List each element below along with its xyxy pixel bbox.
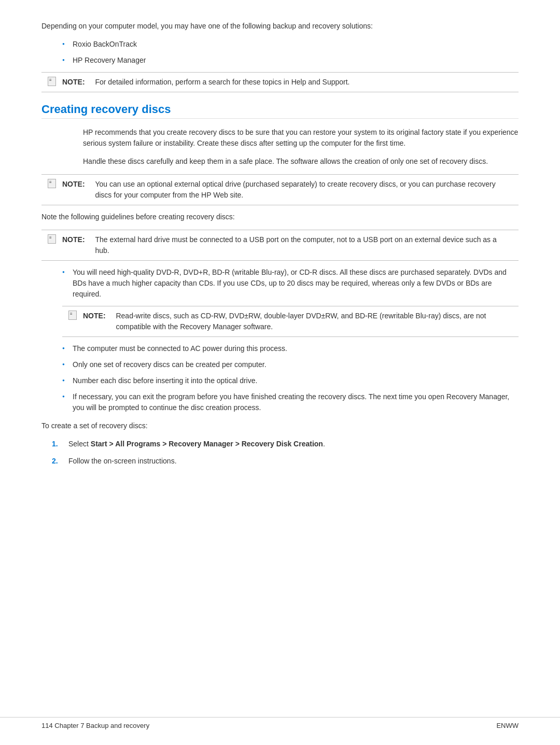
- note-icon-2: [48, 234, 56, 244]
- note-text-2: The external hard drive must be connecte…: [95, 234, 512, 256]
- to-create-text: To create a set of recovery discs:: [41, 420, 519, 431]
- section-heading: Creating recovery discs: [41, 103, 519, 119]
- main-bullet-list: The computer must be connected to AC pow…: [62, 343, 519, 413]
- note-icon-nested: [68, 311, 77, 320]
- list-item-main-0: The computer must be connected to AC pow…: [62, 343, 519, 354]
- note-label-2: NOTE:: [62, 234, 85, 245]
- note-icon: [48, 77, 56, 86]
- note-text-1: You can use an optional external optical…: [95, 179, 512, 201]
- list-item: HP Recovery Manager: [62, 55, 519, 66]
- page-footer: 114 Chapter 7 Backup and recovery ENWW: [0, 717, 560, 729]
- section-para1: HP recommends that you create recovery d…: [83, 127, 519, 149]
- list-item-main-2: Number each disc before inserting it int…: [62, 375, 519, 386]
- note-box-intro: NOTE: For detailed information, perform …: [41, 72, 519, 92]
- footer-right: ENWW: [496, 722, 519, 729]
- note-text: For detailed information, perform a sear…: [95, 77, 349, 88]
- intro-paragraph: Depending on your computer model, you ma…: [41, 21, 519, 32]
- section-para2: Handle these discs carefully and keep th…: [83, 156, 519, 167]
- page-container: Depending on your computer model, you ma…: [0, 0, 560, 514]
- note-label-nested: NOTE:: [83, 311, 106, 321]
- list-item: Roxio BackOnTrack: [62, 39, 519, 50]
- list-item-nested: You will need high-quality DVD-R, DVD+R,…: [62, 267, 519, 300]
- note-label-1: NOTE:: [62, 179, 85, 190]
- numbered-steps: 1. Select Start > All Programs > Recover…: [52, 439, 519, 467]
- nested-bullet-list: You will need high-quality DVD-R, DVD+R,…: [62, 267, 519, 300]
- step-1-text: Select Start > All Programs > Recovery M…: [68, 439, 325, 449]
- step-2-text: Follow the on-screen instructions.: [68, 456, 177, 467]
- note-icon-1: [48, 179, 56, 188]
- step-2: 2. Follow the on-screen instructions.: [52, 456, 519, 467]
- note-box-2: NOTE: The external hard drive must be co…: [41, 230, 519, 261]
- list-item-main-1: Only one set of recovery discs can be cr…: [62, 359, 519, 370]
- step-1: 1. Select Start > All Programs > Recover…: [52, 439, 519, 449]
- footer-left: 114 Chapter 7 Backup and recovery: [41, 722, 149, 729]
- list-item-main-3: If necessary, you can exit the program b…: [62, 391, 519, 413]
- note-text-nested: Read-write discs, such as CD-RW, DVD±RW,…: [116, 311, 512, 332]
- note-box-nested: NOTE: Read-write discs, such as CD-RW, D…: [62, 306, 519, 337]
- intro-bullet-list: Roxio BackOnTrack HP Recovery Manager: [62, 39, 519, 66]
- guideline-intro: Note the following guidelines before cre…: [41, 212, 519, 222]
- note-label: NOTE:: [62, 77, 85, 88]
- note-box-1: NOTE: You can use an optional external o…: [41, 174, 519, 205]
